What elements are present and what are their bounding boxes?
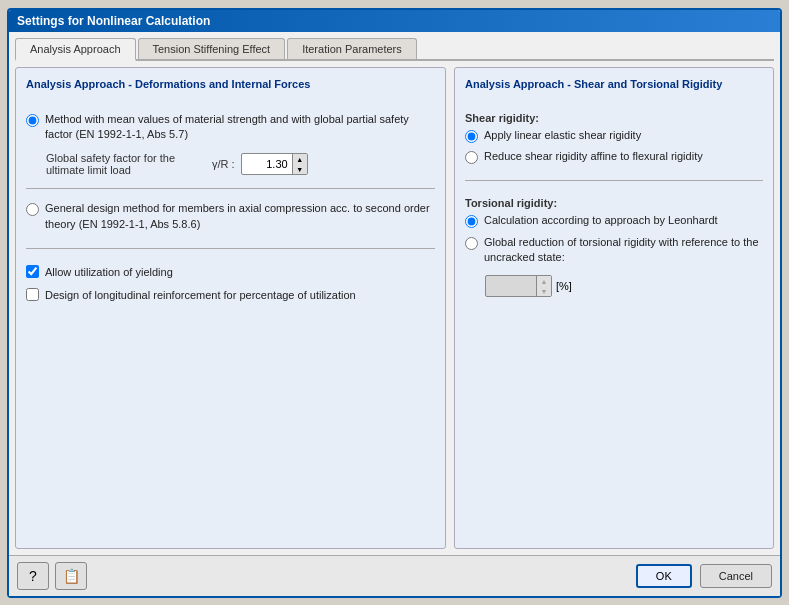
shear-option1-item: Apply linear elastic shear rigidity (465, 128, 763, 143)
design-longitudinal-checkbox[interactable] (26, 288, 39, 301)
left-panel-title: Analysis Approach - Deformations and Int… (26, 78, 435, 94)
shear-option1-label: Apply linear elastic shear rigidity (484, 128, 641, 143)
divider2 (26, 248, 435, 249)
help-icon: ? (29, 568, 37, 584)
settings-dialog: Settings for Nonlinear Calculation Analy… (7, 8, 782, 598)
divider1 (26, 188, 435, 189)
torsional-input-row: ▲ ▼ [%] (485, 275, 763, 297)
method1-radio[interactable] (26, 114, 39, 127)
shear-option1-radio[interactable] (465, 130, 478, 143)
method2-radio-item: General design method for members in axi… (26, 201, 435, 232)
ok-button[interactable]: OK (636, 564, 692, 588)
torsional-option2-item: Global reduction of torsional rigidity w… (465, 235, 763, 266)
tab-analysis-approach[interactable]: Analysis Approach (15, 38, 136, 61)
divider3 (465, 180, 763, 181)
method-radio-group: Method with mean values of material stre… (26, 112, 435, 233)
method2-radio[interactable] (26, 203, 39, 216)
checkbox2-item: Design of longitudinal reinforcement for… (26, 288, 435, 301)
safety-spin-down[interactable]: ▼ (293, 164, 307, 174)
method1-radio-item: Method with mean values of material stre… (26, 112, 435, 143)
checkbox1-label: Allow utilization of yielding (45, 266, 173, 278)
safety-factor-input[interactable]: 1.30 (242, 156, 292, 172)
dialog-footer: ? 📋 OK Cancel (9, 555, 780, 596)
dialog-title: Settings for Nonlinear Calculation (17, 14, 210, 28)
torsional-input-wrapper: ▲ ▼ (485, 275, 552, 297)
torsional-option1-label: Calculation according to approach by Leo… (484, 213, 718, 228)
safety-label: Global safety factor for the ultimate li… (46, 152, 206, 176)
right-panel-title: Analysis Approach - Shear and Torsional … (465, 78, 763, 94)
torsional-option2-radio[interactable] (465, 237, 478, 250)
safety-factor-input-wrapper: 1.30 ▲ ▼ (241, 153, 308, 175)
cancel-button[interactable]: Cancel (700, 564, 772, 588)
checkbox1-item: Allow utilization of yielding (26, 265, 435, 278)
right-panel: Analysis Approach - Shear and Torsional … (454, 67, 774, 549)
safety-spin-up[interactable]: ▲ (293, 154, 307, 164)
safety-spin-buttons: ▲ ▼ (292, 154, 307, 174)
torsional-rigidity-title: Torsional rigidity: (465, 197, 763, 209)
shear-option2-item: Reduce shear rigidity affine to flexural… (465, 149, 763, 164)
footer-left: ? 📋 (17, 562, 87, 590)
tab-bar: Analysis Approach Tension Stiffening Eff… (15, 38, 774, 61)
help-button[interactable]: ? (17, 562, 49, 590)
torsional-option2-label: Global reduction of torsional rigidity w… (484, 235, 763, 266)
shear-option2-label: Reduce shear rigidity affine to flexural… (484, 149, 703, 164)
allow-yielding-checkbox[interactable] (26, 265, 39, 278)
content-area: Analysis Approach - Deformations and Int… (15, 67, 774, 549)
shear-option2-radio[interactable] (465, 151, 478, 164)
percent-label: [%] (556, 280, 572, 292)
torsional-spin-up[interactable]: ▲ (537, 276, 551, 286)
torsional-input[interactable] (486, 278, 536, 294)
torsional-spin-buttons: ▲ ▼ (536, 276, 551, 296)
info-icon: 📋 (63, 568, 80, 584)
shear-radio-group: Apply linear elastic shear rigidity Redu… (465, 128, 763, 165)
dialog-body: Analysis Approach Tension Stiffening Eff… (9, 32, 780, 555)
shear-rigidity-section: Shear rigidity: Apply linear elastic she… (465, 112, 763, 165)
checkbox2-label: Design of longitudinal reinforcement for… (45, 289, 356, 301)
tab-tension-stiffening[interactable]: Tension Stiffening Effect (138, 38, 286, 59)
safety-factor-row: Global safety factor for the ultimate li… (46, 152, 435, 176)
torsional-option1-radio[interactable] (465, 215, 478, 228)
torsional-option1-item: Calculation according to approach by Leo… (465, 213, 763, 228)
tab-iteration-parameters[interactable]: Iteration Parameters (287, 38, 417, 59)
left-panel: Analysis Approach - Deformations and Int… (15, 67, 446, 549)
torsional-rigidity-section: Torsional rigidity: Calculation accordin… (465, 197, 763, 297)
title-bar: Settings for Nonlinear Calculation (9, 10, 780, 32)
info-button[interactable]: 📋 (55, 562, 87, 590)
gamma-label: γ/R : (212, 158, 235, 170)
torsional-radio-group: Calculation according to approach by Leo… (465, 213, 763, 297)
method2-label: General design method for members in axi… (45, 201, 435, 232)
shear-rigidity-title: Shear rigidity: (465, 112, 763, 124)
torsional-spin-down[interactable]: ▼ (537, 286, 551, 296)
method1-label: Method with mean values of material stre… (45, 112, 435, 143)
footer-right: OK Cancel (636, 564, 772, 588)
